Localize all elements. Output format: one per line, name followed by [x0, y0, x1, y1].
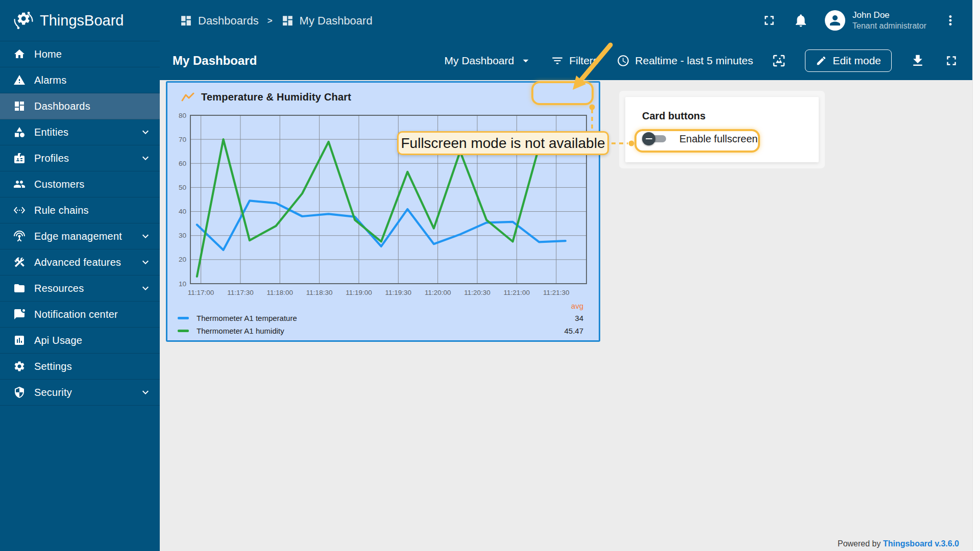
- temperature-avg-value: 34: [575, 314, 583, 322]
- dashboard-icon: [13, 100, 26, 112]
- sidebar-item-label: Customers: [34, 179, 152, 190]
- edit-mode-button[interactable]: Edit mode: [805, 49, 892, 72]
- breadcrumb: Dashboards > My Dashboard: [180, 14, 373, 28]
- sidebar-item-home[interactable]: Home: [0, 41, 160, 67]
- toolbar-actions: My Dashboard Filters Realtime - last 5 m…: [445, 49, 972, 72]
- antenna-icon: [13, 230, 26, 242]
- toggle-thumb-disabled-icon: [642, 132, 655, 145]
- home-icon: [13, 48, 26, 60]
- thingsboard-logo-icon: [12, 9, 35, 32]
- insert-chart-icon: [13, 334, 26, 346]
- svg-text:11:20:30: 11:20:30: [464, 289, 491, 296]
- sidebar-item-customers[interactable]: Customers: [0, 171, 160, 197]
- download-icon[interactable]: [910, 53, 925, 68]
- sidebar-item-resources[interactable]: Resources: [0, 276, 160, 302]
- person-icon: [827, 13, 843, 28]
- fullscreen-dashboard-icon[interactable]: [944, 53, 959, 68]
- sidebar-item-label: Resources: [34, 283, 131, 294]
- chevron-down-icon: [519, 54, 532, 67]
- warning-icon: [13, 74, 26, 86]
- svg-text:50: 50: [179, 184, 186, 191]
- dashboard-icon: [180, 14, 192, 27]
- topbar-actions: John Doe Tenant administrator: [762, 10, 972, 32]
- svg-text:70: 70: [179, 136, 186, 143]
- sidebar-item-profiles[interactable]: Profiles: [0, 145, 160, 171]
- svg-text:60: 60: [179, 160, 186, 167]
- pencil-icon: [816, 55, 827, 66]
- svg-text:11:17:00: 11:17:00: [188, 289, 214, 296]
- sidebar-item-label: Security: [34, 387, 131, 398]
- powered-by: Powered by Thingsboard v.3.6.0: [838, 539, 959, 548]
- line-chart-icon: [181, 92, 195, 103]
- filters-button[interactable]: Filters: [551, 54, 598, 67]
- sidebar-nav: HomeAlarmsDashboardsEntitiesProfilesCust…: [0, 41, 160, 406]
- svg-text:40: 40: [179, 208, 186, 215]
- shield-icon: [13, 386, 26, 398]
- sidebar-item-edge-management[interactable]: Edge management: [0, 223, 160, 249]
- sidebar-item-label: Settings: [34, 361, 152, 372]
- top-bar: Dashboards > My Dashboard John Doe Tenan…: [160, 0, 972, 41]
- svg-text:80: 80: [179, 112, 186, 119]
- svg-text:11:21:00: 11:21:00: [504, 289, 530, 296]
- sidebar-item-alarms[interactable]: Alarms: [0, 67, 160, 93]
- sidebar-item-label: Home: [34, 48, 152, 60]
- sidebar-item-api-usage[interactable]: Api Usage: [0, 328, 160, 354]
- svg-text:11:19:30: 11:19:30: [385, 289, 412, 296]
- sidebar-item-advanced-features[interactable]: Advanced features: [0, 249, 160, 276]
- sidebar-item-rule-chains[interactable]: Rule chains: [0, 197, 160, 223]
- chart-widget: Temperature & Humidity Chart 10203040506…: [166, 81, 600, 342]
- user-info[interactable]: John Doe Tenant administrator: [852, 10, 926, 32]
- chevron-down-icon: [139, 126, 152, 138]
- card-panel-title: Card buttons: [625, 97, 819, 122]
- category-icon: [13, 126, 26, 138]
- svg-text:11:21:30: 11:21:30: [543, 289, 570, 296]
- chevron-down-icon: [139, 152, 152, 164]
- version-link[interactable]: Thingsboard v.3.6.0: [883, 539, 959, 548]
- chevron-down-icon: [139, 256, 152, 268]
- page-title: My Dashboard: [173, 54, 257, 68]
- dashboard-state-select[interactable]: My Dashboard: [445, 54, 533, 67]
- chevron-down-icon: [139, 386, 152, 398]
- legend-avg-header: avg: [178, 300, 583, 312]
- app-logo[interactable]: ThingsBoard: [0, 0, 160, 41]
- chevron-down-icon: [139, 230, 152, 242]
- enable-fullscreen-toggle[interactable]: [642, 132, 667, 145]
- notifications-bell-icon[interactable]: [793, 13, 808, 28]
- svg-text:20: 20: [179, 256, 186, 263]
- filter-icon: [551, 54, 564, 67]
- sidebar-item-dashboards[interactable]: Dashboards: [0, 93, 160, 119]
- legend-row-temperature[interactable]: Thermometer A1 temperature 34: [178, 312, 583, 324]
- page-scrollbar[interactable]: [972, 0, 980, 551]
- sidebar-item-notification-center[interactable]: Notification center: [0, 302, 160, 328]
- svg-text:30: 30: [179, 232, 186, 239]
- svg-text:11:19:00: 11:19:00: [346, 289, 372, 296]
- sidebar-item-entities[interactable]: Entities: [0, 119, 160, 145]
- sidebar-item-label: Dashboards: [34, 101, 152, 112]
- avatar[interactable]: [825, 10, 845, 31]
- user-name: John Doe: [852, 10, 926, 21]
- kebab-menu-icon[interactable]: [943, 13, 958, 28]
- svg-text:11:17:30: 11:17:30: [227, 289, 254, 296]
- user-role: Tenant administrator: [852, 21, 926, 32]
- sidebar-item-security[interactable]: Security: [0, 380, 160, 406]
- dashboard-toolbar: My Dashboard My Dashboard Filters Realti…: [160, 41, 972, 80]
- breadcrumb-my-dashboard[interactable]: My Dashboard: [281, 14, 373, 28]
- chart-legend: avg Thermometer A1 temperature 34 Thermo…: [178, 300, 583, 337]
- breadcrumb-separator: >: [267, 16, 273, 26]
- app-name: ThingsBoard: [40, 12, 124, 29]
- breadcrumb-dashboards[interactable]: Dashboards: [180, 14, 259, 28]
- card-buttons-panel: Card buttons Enable fullscreen: [625, 97, 819, 162]
- folder-icon: [13, 282, 26, 294]
- timewindow-button[interactable]: Realtime - last 5 minutes: [617, 54, 753, 67]
- dashboard-icon: [281, 14, 294, 27]
- chevron-down-icon: [139, 282, 152, 294]
- fullscreen-icon[interactable]: [762, 13, 777, 28]
- sidebar-item-settings[interactable]: Settings: [0, 354, 160, 380]
- image-capture-icon[interactable]: [771, 53, 787, 68]
- clock-icon: [617, 54, 630, 67]
- legend-row-humidity[interactable]: Thermometer A1 humidity 45.47: [178, 324, 583, 337]
- widget-title: Temperature & Humidity Chart: [167, 83, 599, 103]
- enable-fullscreen-row: Enable fullscreen: [642, 132, 757, 145]
- sidebar-item-label: Entities: [34, 127, 131, 138]
- svg-text:10: 10: [179, 280, 186, 288]
